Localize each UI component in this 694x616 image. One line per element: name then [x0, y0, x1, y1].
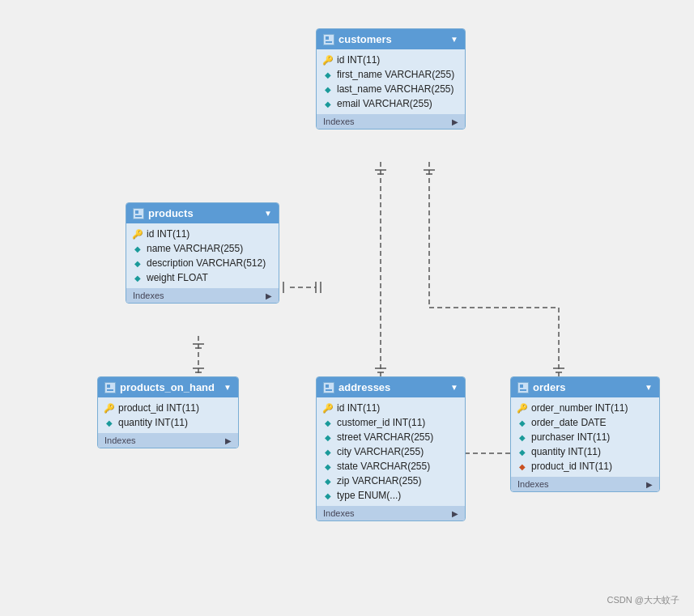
footer-arrow-icon: ▶ [452, 117, 458, 126]
table-orders-footer[interactable]: Indexes ▶ [511, 477, 659, 491]
table-products-body: 🔑 id INT(11) ◆ name VARCHAR(255) ◆ descr… [126, 223, 279, 288]
table-poh-body: 🔑 product_id INT(11) ◆ quantity INT(11) [98, 397, 238, 433]
diamond-icon: ◆ [133, 273, 143, 283]
diamond-icon: ◆ [133, 258, 143, 268]
diamond-icon: ◆ [323, 418, 333, 427]
field-text: quantity INT(11) [531, 446, 601, 457]
diamond-icon: ◆ [517, 432, 527, 442]
diamond-icon: ◆ [104, 418, 114, 427]
table-poh-footer[interactable]: Indexes ▶ [98, 433, 238, 448]
table-icon [323, 382, 334, 393]
field-text: name VARCHAR(255) [147, 243, 243, 254]
field-addr-city: ◆ city VARCHAR(255) [317, 444, 465, 459]
footer-arrow-icon: ▶ [266, 291, 272, 300]
diamond-icon: ◆ [323, 84, 333, 94]
field-text: zip VARCHAR(255) [337, 475, 421, 486]
diamond-icon: ◆ [323, 491, 333, 500]
field-text: id INT(11) [337, 54, 380, 66]
table-icon [517, 382, 529, 393]
table-products: products ▼ 🔑 id INT(11) ◆ name VARCHAR(2… [126, 202, 279, 304]
diamond-icon: ◆ [323, 447, 333, 457]
orders-dropdown[interactable]: ▼ [645, 383, 653, 392]
field-addr-street: ◆ street VARCHAR(255) [317, 430, 465, 444]
addresses-dropdown[interactable]: ▼ [450, 383, 458, 392]
field-text: first_name VARCHAR(255) [337, 69, 454, 80]
field-addr-state: ◆ state VARCHAR(255) [317, 459, 465, 474]
table-orders-header: orders ▼ [511, 377, 659, 397]
field-text: description VARCHAR(512) [147, 257, 266, 269]
field-addr-type: ◆ type ENUM(...) [317, 488, 465, 503]
footer-arrow-icon: ▶ [452, 509, 458, 518]
diamond-icon: ◆ [323, 70, 333, 79]
diamond-icon: ◆ [323, 432, 333, 442]
indexes-label: Indexes [323, 508, 355, 518]
field-text: order_number INT(11) [531, 402, 628, 414]
diagram-canvas: customers ▼ 🔑 id INT(11) ◆ first_name VA… [0, 0, 694, 616]
poh-dropdown[interactable]: ▼ [224, 383, 232, 392]
field-customers-email: ◆ email VARCHAR(255) [317, 96, 465, 111]
field-text: last_name VARCHAR(255) [337, 83, 454, 95]
table-customers: customers ▼ 🔑 id INT(11) ◆ first_name VA… [316, 28, 466, 130]
table-addresses-name: addresses [338, 381, 390, 393]
field-text: street VARCHAR(255) [337, 431, 433, 443]
field-orders-orderdate: ◆ order_date DATE [511, 415, 659, 430]
field-products-id: 🔑 id INT(11) [126, 227, 279, 241]
field-addr-id: 🔑 id INT(11) [317, 401, 465, 415]
field-text: state VARCHAR(255) [337, 461, 430, 472]
indexes-label: Indexes [323, 117, 355, 126]
indexes-label: Indexes [517, 479, 549, 489]
customers-dropdown[interactable]: ▼ [450, 35, 458, 44]
field-text: order_date DATE [531, 417, 607, 428]
field-text: type ENUM(...) [337, 490, 401, 501]
field-text: email VARCHAR(255) [337, 98, 432, 109]
table-customers-header: customers ▼ [317, 29, 465, 49]
field-text: product_id INT(11) [118, 402, 199, 414]
field-orders-ordernumber: 🔑 order_number INT(11) [511, 401, 659, 415]
table-poh-name: products_on_hand [120, 381, 215, 393]
field-addr-zip: ◆ zip VARCHAR(255) [317, 474, 465, 488]
table-products-footer[interactable]: Indexes ▶ [126, 288, 279, 303]
field-addr-customerid: ◆ customer_id INT(11) [317, 415, 465, 430]
diamond-icon: ◆ [517, 447, 527, 457]
field-poh-quantity: ◆ quantity INT(11) [98, 415, 238, 430]
table-icon [323, 34, 334, 45]
table-addresses: addresses ▼ 🔑 id INT(11) ◆ customer_id I… [316, 376, 466, 521]
diamond-icon: ◆ [517, 418, 527, 427]
table-poh-header: products_on_hand ▼ [98, 377, 238, 397]
field-text: quantity INT(11) [118, 417, 188, 428]
table-addresses-footer[interactable]: Indexes ▶ [317, 506, 465, 520]
key-icon: 🔑 [323, 55, 333, 65]
table-icon [104, 382, 116, 393]
field-orders-purchaser: ◆ purchaser INT(11) [511, 430, 659, 444]
table-addresses-header: addresses ▼ [317, 377, 465, 397]
table-products-name: products [148, 207, 194, 219]
field-text: id INT(11) [337, 402, 380, 414]
field-poh-productid: 🔑 product_id INT(11) [98, 401, 238, 415]
table-orders-body: 🔑 order_number INT(11) ◆ order_date DATE… [511, 397, 659, 477]
table-products-header: products ▼ [126, 203, 279, 223]
table-icon [133, 208, 144, 219]
diamond-pink-icon: ◆ [517, 461, 527, 471]
field-text: purchaser INT(11) [531, 431, 610, 443]
field-text: customer_id INT(11) [337, 417, 425, 428]
field-text: product_id INT(11) [531, 461, 612, 472]
field-customers-id: 🔑 id INT(11) [317, 53, 465, 67]
field-customers-lastname: ◆ last_name VARCHAR(255) [317, 82, 465, 96]
field-text: weight FLOAT [147, 272, 208, 283]
table-customers-footer[interactable]: Indexes ▶ [317, 114, 465, 129]
key-icon: 🔑 [323, 403, 333, 413]
diamond-icon: ◆ [323, 461, 333, 471]
field-text: city VARCHAR(255) [337, 446, 424, 457]
indexes-label: Indexes [104, 435, 136, 445]
table-addresses-body: 🔑 id INT(11) ◆ customer_id INT(11) ◆ str… [317, 397, 465, 506]
field-products-weight: ◆ weight FLOAT [126, 270, 279, 285]
diamond-icon: ◆ [323, 476, 333, 486]
key-icon: 🔑 [104, 403, 114, 413]
field-products-name: ◆ name VARCHAR(255) [126, 241, 279, 256]
field-products-desc: ◆ description VARCHAR(512) [126, 256, 279, 270]
field-orders-quantity: ◆ quantity INT(11) [511, 444, 659, 459]
diamond-icon: ◆ [323, 99, 333, 108]
indexes-label: Indexes [133, 291, 164, 300]
diamond-icon: ◆ [133, 244, 143, 253]
products-dropdown[interactable]: ▼ [264, 209, 272, 218]
